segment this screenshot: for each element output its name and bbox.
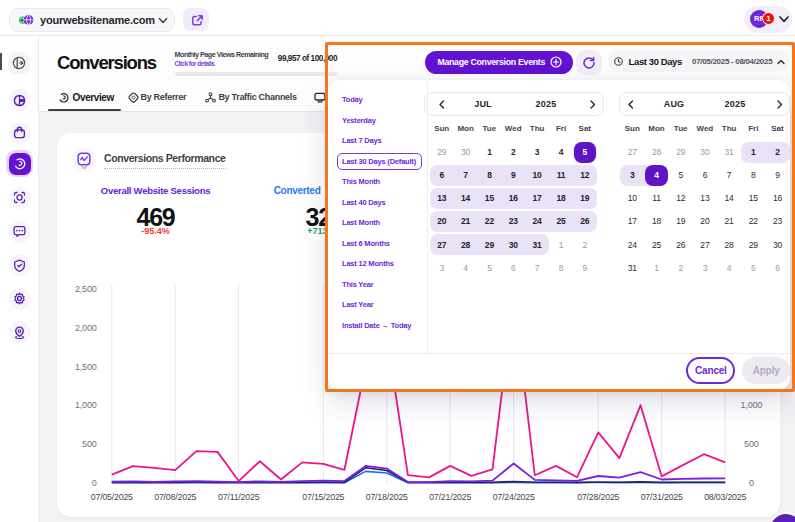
svg-text:07/11/2025: 07/11/2025 — [218, 492, 260, 502]
svg-text:2,000: 2,000 — [75, 323, 97, 333]
svg-text:1,500: 1,500 — [75, 362, 97, 372]
svg-text:07/31/2025: 07/31/2025 — [641, 492, 683, 502]
svg-text:07/08/2025: 07/08/2025 — [154, 492, 196, 502]
svg-text:500: 500 — [82, 439, 97, 449]
svg-text:0: 0 — [92, 478, 97, 488]
svg-text:1,000: 1,000 — [741, 400, 763, 410]
svg-text:08/03/2025: 08/03/2025 — [704, 492, 746, 502]
svg-text:500: 500 — [744, 439, 759, 449]
svg-text:1,000: 1,000 — [75, 400, 97, 410]
svg-text:07/24/2025: 07/24/2025 — [493, 492, 535, 502]
svg-text:07/18/2025: 07/18/2025 — [366, 492, 408, 502]
svg-text:07/05/2025: 07/05/2025 — [91, 492, 133, 502]
svg-text:07/28/2025: 07/28/2025 — [577, 492, 619, 502]
svg-text:07/15/2025: 07/15/2025 — [302, 492, 344, 502]
svg-text:0: 0 — [749, 478, 754, 488]
svg-text:07/21/2025: 07/21/2025 — [429, 492, 471, 502]
svg-text:2,500: 2,500 — [75, 284, 97, 294]
